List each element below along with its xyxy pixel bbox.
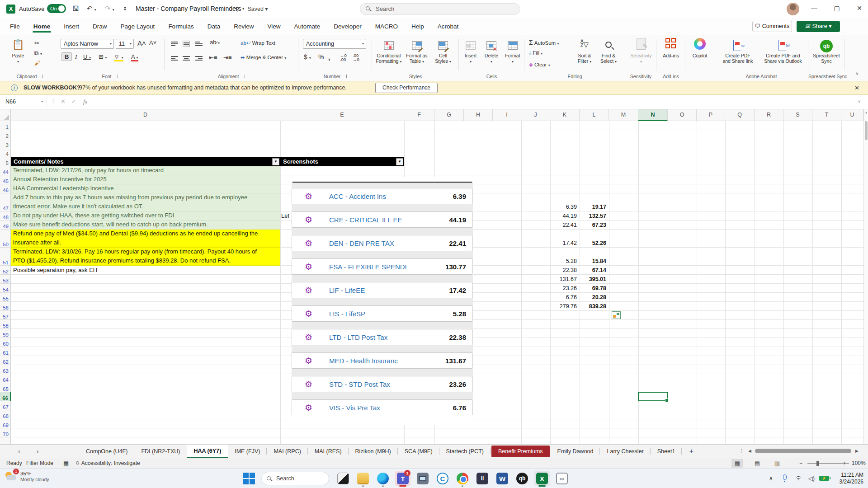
chrome-icon[interactable] <box>455 471 470 486</box>
row-header-67[interactable]: 67 <box>0 401 11 410</box>
fill-color-icon[interactable]: 🜄 ▾ <box>114 53 123 61</box>
desktop-peek-icon[interactable] <box>335 471 351 486</box>
cell-k54[interactable]: 23.26 <box>550 284 577 293</box>
benefit-item[interactable]: ⚙LTD - LTD Post Tax22.38 <box>292 329 472 345</box>
benefit-item[interactable]: ⚙MED - Health Insuranc131.67 <box>292 352 472 369</box>
zoom-in-icon[interactable]: + <box>843 460 846 466</box>
row-header-63[interactable]: 63 <box>0 365 11 374</box>
column-header-O[interactable]: O <box>668 109 697 121</box>
cut-icon[interactable]: ✂ <box>34 40 39 47</box>
align-right-icon[interactable] <box>195 55 203 61</box>
sensitivity-button[interactable]: Sensitivity▾ <box>627 38 655 65</box>
column-header-L[interactable]: L <box>580 109 609 121</box>
menu-tab-acrobat[interactable]: Acrobat <box>432 19 464 34</box>
format-as-table-button[interactable]: Format asTable ▾ <box>404 38 430 65</box>
battery-icon[interactable]: ⚡ <box>819 476 829 481</box>
row-header-62[interactable]: 62 <box>0 356 11 365</box>
excel-icon[interactable]: X <box>534 471 550 486</box>
start-button[interactable] <box>243 473 255 484</box>
copy-icon[interactable]: ⧉ ▾ <box>34 50 42 57</box>
cell-l56[interactable]: 839.28 <box>580 302 606 311</box>
borders-icon[interactable]: ⊞ ▾ <box>99 53 107 60</box>
note-cell-d49[interactable]: Make sure benefit deductions start, will… <box>11 221 280 230</box>
spreadsheet-sync-button[interactable]: qb SpreadsheetSync <box>810 38 843 64</box>
column-header-K[interactable]: K <box>550 109 580 121</box>
cell-k51[interactable]: 5.28 <box>550 257 577 266</box>
sheet-nav-right-icon[interactable]: › <box>37 448 39 455</box>
filter-dropdown-icon[interactable]: ▼ <box>396 158 403 165</box>
undo-icon[interactable]: ↶ ▾ <box>87 5 96 13</box>
hscroll-right-icon[interactable]: ▶ <box>855 449 859 453</box>
wifi-icon[interactable] <box>795 475 802 481</box>
note-cell-d48[interactable]: Do not pay under HAA, these are getting … <box>11 211 280 221</box>
orientation-icon[interactable]: ab̷ ▾ <box>210 39 220 46</box>
cell-k52[interactable]: 22.38 <box>550 266 577 275</box>
column-header-F[interactable]: F <box>404 109 434 121</box>
clear-button[interactable]: ◈ Clear ▾ <box>529 61 550 68</box>
image-placeholder-icon[interactable] <box>612 311 621 319</box>
accessibility-status[interactable]: Accessibility: Investigate <box>76 460 140 466</box>
align-middle-icon[interactable] <box>183 41 190 47</box>
row-header-70[interactable]: 70 <box>0 428 11 437</box>
cell-l55[interactable]: 20.28 <box>580 293 606 302</box>
note-cell-d47[interactable]: Add 7 hours to this pay as 7 hours was m… <box>11 193 280 211</box>
sheet-tab-benefit-premiums[interactable]: Benefit Premiums <box>491 446 550 457</box>
vertical-scroll-thumb[interactable] <box>865 121 868 140</box>
tray-chevron-icon[interactable]: ∧ <box>769 475 773 482</box>
create-pdf-share-link-button[interactable]: ∞ Create PDFand Share link <box>718 38 758 64</box>
sheet-tab-larry-chessler[interactable]: Larry Chessler <box>600 445 650 458</box>
sort-filter-button[interactable]: AZ▽ Sort &Filter ▾ <box>573 38 596 65</box>
sheet-tab-mai-res-[interactable]: MAI (RES) <box>308 445 349 458</box>
row-header-50[interactable]: 50 <box>0 230 11 248</box>
cell-k48[interactable]: 44.19 <box>550 211 577 221</box>
format-cells-button[interactable]: Format▾ <box>502 38 523 65</box>
macro-record-icon[interactable]: ▦ <box>63 460 69 467</box>
comments-button[interactable]: 🗩 Comments <box>752 21 792 32</box>
column-header-D[interactable]: D <box>11 109 280 121</box>
share-button[interactable]: 🖅 Share ▾ <box>797 21 840 32</box>
remote-desktop-icon[interactable] <box>415 471 430 486</box>
note-cell-d51[interactable]: Terminated, LDW: 3/10/26. Pay 16 hours r… <box>11 248 280 266</box>
row-header-66[interactable]: 66 <box>0 392 11 401</box>
benefit-item[interactable]: ⚙CRE - CRITICAL ILL EE44.19 <box>292 211 472 228</box>
column-header-P[interactable]: P <box>697 109 725 121</box>
cell-l51[interactable]: 15.84 <box>580 257 606 266</box>
user-avatar[interactable] <box>787 3 799 15</box>
column-header-S[interactable]: S <box>783 109 812 121</box>
row-header-64[interactable]: 64 <box>0 374 11 383</box>
row-header-55[interactable]: 55 <box>0 293 11 302</box>
scroll-up-icon[interactable]: ▲ <box>864 111 868 114</box>
row-header-56[interactable]: 56 <box>0 302 11 311</box>
increase-font-icon[interactable]: A˄ <box>137 39 146 47</box>
font-dialog-launcher[interactable] <box>114 75 118 78</box>
sheet-nav-left-icon[interactable]: ‹ <box>18 448 20 455</box>
row-header-1[interactable]: 1 <box>0 121 11 130</box>
autosum-button[interactable]: Σ AutoSum ▾ <box>529 39 559 46</box>
cell-l47[interactable]: 19.17 <box>580 202 606 211</box>
quick-access-toolbar-icon[interactable]: ▾ <box>124 7 126 11</box>
vertical-scrollbar[interactable]: ▲ <box>863 109 868 444</box>
align-bottom-icon[interactable] <box>195 41 203 47</box>
note-cell-d52[interactable]: Possible separation pay, ask EH <box>11 266 280 275</box>
underline-button[interactable]: U ▾ <box>83 53 91 60</box>
column-header-M[interactable]: M <box>609 109 638 121</box>
conditional-formatting-button[interactable]: ConditionalFormatting ▾ <box>375 38 403 65</box>
cell-k50[interactable]: 17.42 <box>550 239 577 248</box>
menu-tab-automate[interactable]: Automate <box>288 19 326 34</box>
decrease-indent-icon[interactable]: ⇤≡ <box>209 54 217 61</box>
benefit-item[interactable]: ⚙DEN - DEN PRE TAX22.41 <box>292 235 472 251</box>
sheet-tab-fdi-nr2-txu-[interactable]: FDI (NR2-TXU) <box>134 445 187 458</box>
menu-tab-view[interactable]: View <box>262 19 286 34</box>
fill-button[interactable]: ⤓ Fill ▾ <box>529 50 542 56</box>
cell-l53[interactable]: 395.01 <box>580 275 606 284</box>
increase-decimal-icon[interactable]: ←0.00 <box>340 53 347 61</box>
sheet-tab-startech-pct-[interactable]: Startech (PCT) <box>439 445 491 458</box>
increase-indent-icon[interactable]: ⇥≡ <box>223 54 231 61</box>
menu-tab-formulas[interactable]: Formulas <box>163 19 199 34</box>
column-header-G[interactable]: G <box>434 109 464 121</box>
row-header-44[interactable]: 44 <box>0 166 11 175</box>
menu-tab-data[interactable]: Data <box>202 19 226 34</box>
row-header-58[interactable]: 58 <box>0 320 11 329</box>
column-header-I[interactable]: I <box>493 109 521 121</box>
row-header-45[interactable]: 45 <box>0 175 11 184</box>
